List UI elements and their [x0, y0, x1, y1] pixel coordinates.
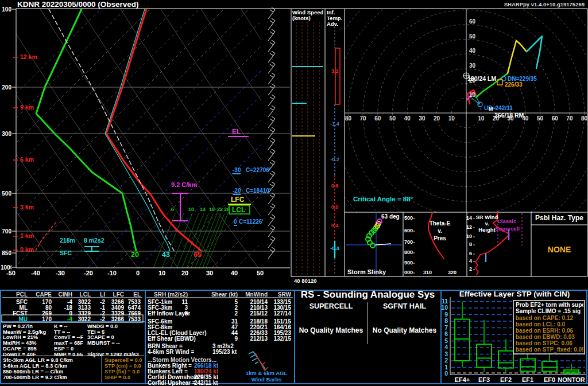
sars-panel[interactable] — [295, 290, 441, 384]
hazard-inset[interactable] — [531, 212, 587, 276]
sr-wind-inset[interactable] — [467, 212, 531, 276]
thermo-data-panel[interactable] — [0, 290, 145, 384]
thetae-inset[interactable] — [403, 212, 467, 276]
temp-adv-panel[interactable] — [325, 9, 345, 276]
stp-boxplot-panel[interactable] — [441, 290, 587, 384]
hodograph-panel[interactable] — [345, 9, 587, 212]
skewt-panel[interactable] — [0, 9, 291, 278]
storm-slinky-inset[interactable] — [345, 212, 403, 276]
kinematics-data-panel[interactable] — [145, 290, 295, 384]
sharppy-window: KDNR 20220305/0000 (Observed) SHARPpy v1… — [0, 0, 588, 386]
wind-speed-panel[interactable] — [291, 9, 325, 276]
